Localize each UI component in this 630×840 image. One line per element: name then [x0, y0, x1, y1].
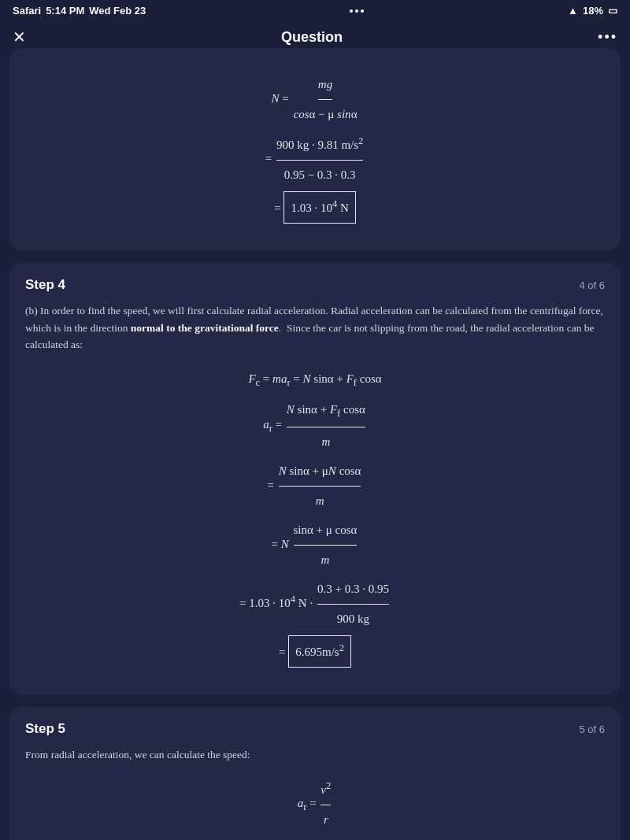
status-bar: Safari 5:14 PM Wed Feb 23 ▲ 18% ▭: [0, 0, 630, 21]
step4-eq5: = 1.03 · 104 N · 0.3 + 0.3 · 0.95 900 kg: [239, 576, 391, 632]
step5-eq2: v2 = arr: [297, 836, 333, 840]
step4-bold: normal to the gravitational force: [131, 322, 279, 334]
step4-card: Step 4 4 of 6 (b) In order to find the s…: [9, 263, 621, 694]
partial-eq2: = 900 kg · 9.81 m/s2 0.95 − 0.3 · 0.3: [265, 131, 365, 188]
battery-icon: ▭: [608, 5, 617, 17]
page-title: Question: [281, 29, 343, 46]
step5-body: From radial acceleration, we can calcula…: [25, 746, 605, 764]
date-label: Wed Feb 23: [89, 5, 146, 17]
step4-eq2: ar = N sinα + Ff cosα m: [263, 397, 367, 455]
step4-header: Step 4 4 of 6: [25, 277, 605, 293]
signal-icon: ▲: [568, 5, 578, 17]
status-left: Safari 5:14 PM Wed Feb 23: [13, 5, 146, 17]
close-button[interactable]: ✕: [13, 28, 26, 46]
step4-counter: 4 of 6: [579, 279, 605, 291]
partial-card: N = mg cosα − μ sinα = 900 kg · 9.81 m/s…: [9, 48, 621, 250]
activity-dots: [350, 9, 364, 13]
partial-eq3: = 1.03 · 104 N: [274, 191, 356, 224]
step4-eq3: = N sinα + μN cosα m: [268, 458, 363, 514]
status-right: ▲ 18% ▭: [568, 5, 617, 17]
partial-math: N = mg cosα − μ sinα = 900 kg · 9.81 m/s…: [25, 72, 605, 224]
step5-eq1: ar = v2 r: [298, 775, 333, 833]
step5-header: Step 5 5 of 6: [25, 721, 605, 737]
more-button[interactable]: •••: [598, 29, 617, 46]
step5-title: Step 5: [25, 721, 65, 737]
step4-math: Fc = mar = N sinα + Ff cosα ar = N sinα …: [25, 366, 605, 668]
content-area: N = mg cosα − μ sinα = 900 kg · 9.81 m/s…: [0, 56, 630, 840]
step4-title: Step 4: [25, 277, 65, 293]
battery-label: 18%: [583, 5, 603, 17]
step5-card: Step 5 5 of 6 From radial acceleration, …: [9, 707, 621, 840]
partial-eq1: N = mg cosα − μ sinα: [272, 72, 359, 128]
step4-eq1: Fc = mar = N sinα + Ff cosα: [248, 366, 381, 394]
step5-math: ar = v2 r v2 = arr v = √: [25, 775, 605, 840]
carrier-label: Safari: [13, 5, 41, 17]
step5-counter: 5 of 6: [579, 723, 605, 735]
time-label: 5:14 PM: [46, 5, 84, 17]
step4-eq6: = 6.695m/s2: [279, 635, 351, 668]
step4-body: (b) In order to find the speed, we will …: [25, 302, 605, 353]
step4-eq4: = N sinα + μ cosα m: [272, 517, 359, 573]
